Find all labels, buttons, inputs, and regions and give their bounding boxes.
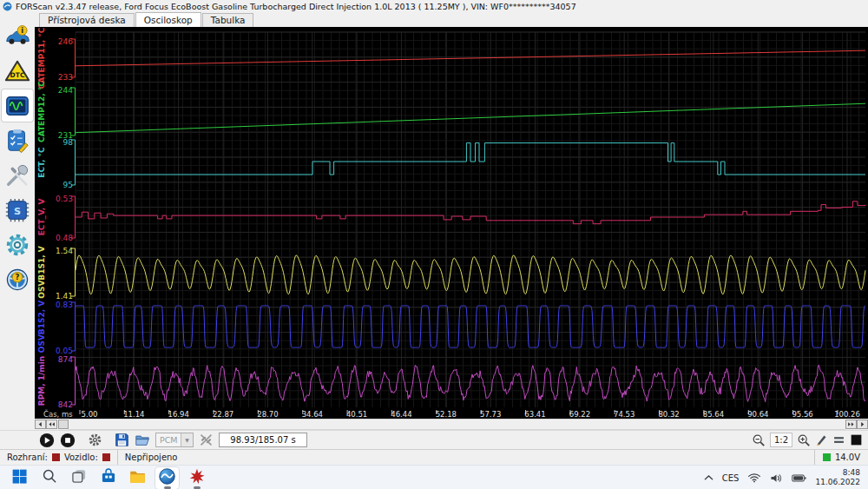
wifi-icon[interactable]: [747, 472, 761, 483]
x-tick-label: 11.14: [123, 410, 144, 419]
sidebar-item-about[interactable]: ?: [2, 263, 33, 295]
disconnect-icon[interactable]: [199, 433, 214, 447]
channel-max: 246: [58, 37, 73, 46]
volume-icon[interactable]: [770, 472, 783, 484]
channel-name: CATEMP12, °C: [37, 81, 46, 142]
channel-min: 233: [58, 73, 73, 82]
window-title: FORScan v2.3.47 release, Ford Focus EcoB…: [16, 2, 576, 11]
sidebar-item-tests[interactable]: [2, 124, 33, 156]
clock[interactable]: 8:48 11.06.2022: [815, 468, 860, 487]
channel-name: CATEMP11, °C: [37, 27, 46, 89]
scroll-left-button[interactable]: [35, 420, 46, 429]
vehicle-status-indicator: [102, 453, 110, 461]
channel-max: 98: [63, 138, 74, 147]
taskbar-redapp-button[interactable]: [185, 467, 208, 489]
system-tray: CES 8:48 11.06.2022: [704, 468, 868, 487]
forscan-icon: [158, 467, 176, 489]
module-select-value: PCM: [156, 435, 181, 445]
channel-name: ECT_V, V: [37, 199, 46, 236]
sidebar-item-dtc[interactable]: DTC: [2, 55, 33, 87]
grid-lines-button[interactable]: [832, 433, 845, 446]
scroll-track[interactable]: [69, 419, 845, 430]
interface-status-indicator: [52, 453, 60, 461]
x-tick-label: 95.56: [792, 410, 812, 419]
interface-label: Rozhraní:: [7, 453, 48, 462]
save-button[interactable]: [115, 433, 129, 447]
voltage-status: 14.0V: [814, 450, 868, 465]
language-indicator[interactable]: CES: [722, 473, 740, 483]
scroll-left-page-button[interactable]: [46, 420, 57, 429]
sidebar-item-vehicle-info[interactable]: i: [2, 20, 33, 52]
open-button[interactable]: [135, 433, 150, 448]
sidebar-item-programming[interactable]: S: [2, 194, 33, 226]
background-color-button[interactable]: [850, 433, 863, 446]
zoom-out-button[interactable]: [752, 433, 766, 447]
store-icon: [100, 467, 117, 488]
scroll-thumb[interactable]: [58, 420, 69, 429]
tray-time: 8:48: [815, 468, 860, 478]
channel-min: 0.05: [56, 347, 73, 355]
voltage-value: 14.0V: [835, 453, 860, 462]
sidebar-item-oscilloscope[interactable]: [2, 89, 33, 122]
taskbar-search-button[interactable]: [37, 467, 61, 489]
zoom-in-button[interactable]: [797, 433, 811, 447]
svg-text:i: i: [21, 26, 23, 35]
taskbar-store-button[interactable]: [96, 467, 120, 489]
x-tick-label: 40.51: [346, 410, 367, 419]
channel-max: 0.83: [56, 301, 73, 309]
running-indicator: [164, 486, 171, 489]
x-tick-label: 57.73: [480, 410, 501, 419]
channel-max: 1.54: [56, 247, 73, 255]
x-tick-label: 63.41: [524, 410, 545, 419]
x-tick-label: 34.64: [302, 410, 323, 419]
channel-name: OSVB1S2, V: [37, 301, 46, 354]
sidebar-item-service[interactable]: [2, 159, 33, 191]
module-select[interactable]: PCM ▼: [155, 433, 194, 447]
tray-chevron-icon[interactable]: [704, 474, 713, 481]
scroll-right-button[interactable]: [857, 420, 868, 429]
svg-text:?: ?: [16, 273, 20, 281]
taskbar-explorer-button[interactable]: [126, 467, 149, 489]
sidebar-item-settings[interactable]: [2, 228, 33, 261]
service-icon: [4, 162, 30, 188]
taskbar-taskview-button[interactable]: [67, 467, 90, 489]
vehicle-info-icon: i: [4, 23, 30, 50]
x-tick-label: 46.44: [391, 410, 411, 419]
time-display: 98.93/185.07 s: [219, 433, 307, 447]
tab-dashboard[interactable]: Přístrojová deska: [39, 13, 135, 27]
stop-button[interactable]: [60, 433, 76, 448]
tab-oscilloscope[interactable]: Osciloskop: [135, 12, 201, 27]
x-tick-label: 28.70: [257, 410, 278, 419]
x-tick-label: 74.53: [614, 410, 635, 419]
x-tick-label: 22.87: [213, 410, 233, 419]
scroll-right-page-button[interactable]: [845, 420, 857, 429]
taskbar-forscan-button[interactable]: [155, 467, 179, 489]
running-indicator: [194, 486, 201, 489]
x-tick-label: 16.94: [168, 410, 189, 419]
tray-date: 11.06.2022: [815, 478, 860, 487]
play-button[interactable]: [39, 433, 55, 448]
marker-pen-button[interactable]: [815, 433, 828, 446]
tab-table[interactable]: Tabulka: [202, 13, 254, 27]
record-settings-button[interactable]: [88, 433, 102, 447]
forscan-window: FORScan v2.3.47 release, Ford Focus EcoB…: [0, 0, 868, 489]
programming-icon: S: [4, 197, 30, 223]
x-axis-label: Čas, ms: [43, 409, 73, 419]
taskbar: CES 8:48 11.06.2022: [0, 465, 868, 489]
channel-max: 244: [58, 86, 73, 95]
x-tick-label: 85.64: [703, 410, 724, 419]
explorer-icon: [128, 467, 147, 489]
channel-min: 842: [58, 400, 73, 409]
chevron-down-icon: ▼: [181, 433, 193, 446]
x-tick-label: 5.00: [82, 410, 98, 419]
oscilloscope-chart[interactable]: 246233CATEMP11, °C244231CATEMP12, °C9895…: [35, 27, 868, 420]
search-icon: [41, 467, 58, 488]
x-tick-label: 80.32: [658, 410, 679, 419]
start-icon: [10, 467, 29, 489]
channel-max: 0.53: [56, 195, 73, 203]
vehicle-label: Vozidlo:: [64, 453, 98, 462]
battery-icon[interactable]: [792, 473, 806, 483]
x-tick-label: 90.64: [747, 410, 768, 419]
title-bar: FORScan v2.3.47 release, Ford Focus EcoB…: [0, 0, 868, 12]
taskbar-start-button[interactable]: [8, 467, 31, 489]
